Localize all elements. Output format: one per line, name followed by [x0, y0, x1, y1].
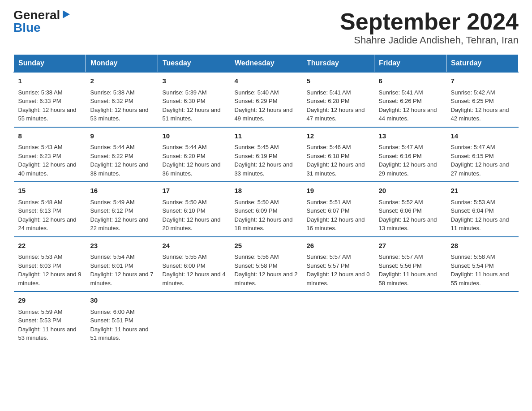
day-number: 17 — [163, 186, 226, 196]
calendar-cell: 4 Sunrise: 5:40 AMSunset: 6:29 PMDayligh… — [230, 72, 302, 127]
day-info: Sunrise: 5:57 AMSunset: 5:57 PMDaylight:… — [307, 253, 370, 287]
calendar-cell: 26 Sunrise: 5:57 AMSunset: 5:57 PMDaylig… — [302, 237, 374, 292]
calendar-cell: 1 Sunrise: 5:38 AMSunset: 6:33 PMDayligh… — [14, 72, 86, 127]
day-info: Sunrise: 5:57 AMSunset: 5:56 PMDaylight:… — [379, 253, 437, 287]
calendar-cell: 18 Sunrise: 5:50 AMSunset: 6:09 PMDaylig… — [230, 182, 302, 237]
calendar-cell — [230, 291, 302, 346]
day-number: 19 — [307, 186, 370, 196]
weekday-header-row: SundayMondayTuesdayWednesdayThursdayFrid… — [14, 55, 519, 73]
day-number: 23 — [90, 241, 154, 251]
calendar-cell: 5 Sunrise: 5:41 AMSunset: 6:28 PMDayligh… — [302, 72, 374, 127]
weekday-header-friday: Friday — [374, 55, 446, 73]
calendar-cell: 20 Sunrise: 5:52 AMSunset: 6:06 PMDaylig… — [374, 182, 446, 237]
calendar-cell: 10 Sunrise: 5:44 AMSunset: 6:20 PMDaylig… — [158, 127, 230, 182]
day-number: 21 — [451, 186, 514, 196]
calendar-cell: 3 Sunrise: 5:39 AMSunset: 6:30 PMDayligh… — [158, 72, 230, 127]
weekday-header-sunday: Sunday — [14, 55, 86, 73]
calendar-cell: 30 Sunrise: 6:00 AMSunset: 5:51 PMDaylig… — [86, 291, 158, 346]
calendar-cell: 2 Sunrise: 5:38 AMSunset: 6:32 PMDayligh… — [86, 72, 158, 127]
calendar-cell: 21 Sunrise: 5:53 AMSunset: 6:04 PMDaylig… — [446, 182, 519, 237]
calendar-cell — [446, 291, 519, 346]
calendar-week-4: 22 Sunrise: 5:53 AMSunset: 6:03 PMDaylig… — [14, 237, 519, 292]
day-number: 28 — [451, 241, 514, 251]
day-info: Sunrise: 5:41 AMSunset: 6:26 PMDaylight:… — [379, 89, 437, 122]
day-info: Sunrise: 5:44 AMSunset: 6:20 PMDaylight:… — [163, 144, 221, 177]
calendar-week-5: 29 Sunrise: 5:59 AMSunset: 5:53 PMDaylig… — [14, 291, 519, 346]
weekday-header-saturday: Saturday — [446, 55, 519, 73]
day-info: Sunrise: 5:50 AMSunset: 6:10 PMDaylight:… — [163, 199, 221, 232]
calendar-table: SundayMondayTuesdayWednesdayThursdayFrid… — [13, 54, 519, 346]
calendar-cell: 22 Sunrise: 5:53 AMSunset: 6:03 PMDaylig… — [14, 237, 86, 292]
day-number: 10 — [163, 131, 226, 141]
day-number: 16 — [90, 186, 154, 196]
day-number: 7 — [451, 76, 514, 86]
day-number: 20 — [379, 186, 442, 196]
calendar-header: SundayMondayTuesdayWednesdayThursdayFrid… — [14, 55, 519, 73]
day-number: 15 — [18, 186, 82, 196]
day-number: 9 — [90, 131, 154, 141]
weekday-header-wednesday: Wednesday — [230, 55, 302, 73]
day-number: 8 — [18, 131, 82, 141]
title-block: September 2024 Shahre Jadide Andisheh, T… — [340, 9, 519, 46]
page-title: September 2024 — [340, 9, 519, 34]
day-info: Sunrise: 5:58 AMSunset: 5:54 PMDaylight:… — [451, 253, 509, 287]
calendar-week-3: 15 Sunrise: 5:48 AMSunset: 6:13 PMDaylig… — [14, 182, 519, 237]
weekday-header-tuesday: Tuesday — [158, 55, 230, 73]
calendar-cell: 28 Sunrise: 5:58 AMSunset: 5:54 PMDaylig… — [446, 237, 519, 292]
calendar-cell: 25 Sunrise: 5:56 AMSunset: 5:58 PMDaylig… — [230, 237, 302, 292]
calendar-cell: 14 Sunrise: 5:47 AMSunset: 6:15 PMDaylig… — [446, 127, 519, 182]
logo-general: General — [13, 9, 60, 21]
calendar-cell: 17 Sunrise: 5:50 AMSunset: 6:10 PMDaylig… — [158, 182, 230, 237]
day-number: 11 — [235, 131, 298, 141]
day-number: 24 — [163, 241, 226, 251]
calendar-cell: 27 Sunrise: 5:57 AMSunset: 5:56 PMDaylig… — [374, 237, 446, 292]
calendar-cell: 15 Sunrise: 5:48 AMSunset: 6:13 PMDaylig… — [14, 182, 86, 237]
calendar-cell — [158, 291, 230, 346]
day-info: Sunrise: 5:46 AMSunset: 6:18 PMDaylight:… — [307, 144, 365, 177]
day-info: Sunrise: 5:41 AMSunset: 6:28 PMDaylight:… — [307, 89, 365, 122]
day-number: 13 — [379, 131, 442, 141]
day-number: 6 — [379, 76, 442, 86]
day-info: Sunrise: 5:51 AMSunset: 6:07 PMDaylight:… — [307, 199, 365, 232]
day-info: Sunrise: 5:55 AMSunset: 6:00 PMDaylight:… — [163, 253, 226, 287]
day-info: Sunrise: 5:49 AMSunset: 6:12 PMDaylight:… — [90, 199, 149, 232]
day-number: 4 — [235, 76, 298, 86]
calendar-cell: 12 Sunrise: 5:46 AMSunset: 6:18 PMDaylig… — [302, 127, 374, 182]
logo-arrow-icon — [61, 9, 71, 19]
day-number: 29 — [18, 295, 82, 306]
day-info: Sunrise: 5:53 AMSunset: 6:04 PMDaylight:… — [451, 199, 509, 232]
calendar-cell: 19 Sunrise: 5:51 AMSunset: 6:07 PMDaylig… — [302, 182, 374, 237]
weekday-header-monday: Monday — [86, 55, 158, 73]
day-number: 5 — [307, 76, 370, 86]
logo-blue: Blue — [13, 21, 41, 34]
calendar-body: 1 Sunrise: 5:38 AMSunset: 6:33 PMDayligh… — [14, 72, 519, 346]
day-number: 30 — [90, 295, 154, 306]
calendar-cell: 24 Sunrise: 5:55 AMSunset: 6:00 PMDaylig… — [158, 237, 230, 292]
calendar-cell: 29 Sunrise: 5:59 AMSunset: 5:53 PMDaylig… — [14, 291, 86, 346]
day-info: Sunrise: 5:53 AMSunset: 6:03 PMDaylight:… — [18, 253, 82, 287]
day-info: Sunrise: 5:47 AMSunset: 6:15 PMDaylight:… — [451, 144, 509, 177]
day-info: Sunrise: 5:50 AMSunset: 6:09 PMDaylight:… — [235, 199, 293, 232]
calendar-week-2: 8 Sunrise: 5:43 AMSunset: 6:23 PMDayligh… — [14, 127, 519, 182]
day-number: 12 — [307, 131, 370, 141]
calendar-cell: 23 Sunrise: 5:54 AMSunset: 6:01 PMDaylig… — [86, 237, 158, 292]
day-number: 22 — [18, 241, 82, 251]
calendar-week-1: 1 Sunrise: 5:38 AMSunset: 6:33 PMDayligh… — [14, 72, 519, 127]
calendar-cell: 6 Sunrise: 5:41 AMSunset: 6:26 PMDayligh… — [374, 72, 446, 127]
page-location: Shahre Jadide Andisheh, Tehran, Iran — [340, 34, 519, 46]
calendar-cell: 7 Sunrise: 5:42 AMSunset: 6:25 PMDayligh… — [446, 72, 519, 127]
day-info: Sunrise: 5:47 AMSunset: 6:16 PMDaylight:… — [379, 144, 437, 177]
day-info: Sunrise: 5:40 AMSunset: 6:29 PMDaylight:… — [235, 89, 293, 122]
calendar-cell: 9 Sunrise: 5:44 AMSunset: 6:22 PMDayligh… — [86, 127, 158, 182]
day-number: 2 — [90, 76, 154, 86]
day-info: Sunrise: 5:38 AMSunset: 6:33 PMDaylight:… — [18, 89, 77, 122]
calendar-cell — [302, 291, 374, 346]
svg-marker-0 — [63, 10, 70, 18]
day-info: Sunrise: 5:44 AMSunset: 6:22 PMDaylight:… — [90, 144, 149, 177]
day-info: Sunrise: 5:59 AMSunset: 5:53 PMDaylight:… — [18, 308, 77, 342]
day-info: Sunrise: 5:56 AMSunset: 5:58 PMDaylight:… — [235, 253, 298, 287]
day-number: 27 — [379, 241, 442, 251]
day-number: 1 — [18, 76, 82, 86]
page-header: General Blue September 2024 Shahre Jadid… — [13, 9, 519, 46]
day-number: 18 — [235, 186, 298, 196]
